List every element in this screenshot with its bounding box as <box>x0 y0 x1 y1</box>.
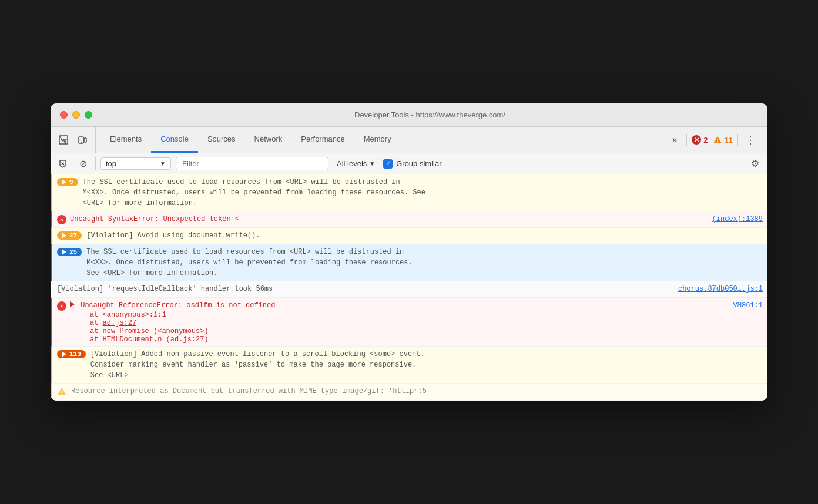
filter-input[interactable] <box>176 157 328 170</box>
error-icon: ✕ <box>692 135 701 145</box>
context-selector[interactable]: top ▼ <box>100 157 171 170</box>
row-2-error-icon: ✕ <box>57 215 66 224</box>
stack-link-adjs2[interactable]: ad.js:27 <box>170 335 204 344</box>
tabs: Elements Console Sources Network Perform… <box>100 127 662 153</box>
divider <box>686 134 687 146</box>
stack-link-adjs[interactable]: ad.js:27 <box>103 319 137 327</box>
tab-bar: Elements Console Sources Network Perform… <box>51 127 767 153</box>
tab-extras: » ✕ 2 ! 11 ⋮ <box>662 127 763 153</box>
toolbar-icons <box>55 127 96 153</box>
stack-line-3: at new Promise (<anonymous>) <box>81 327 209 335</box>
row-6-expand[interactable] <box>70 301 75 307</box>
row-8-message: Resource interpreted as Document but tra… <box>71 386 763 397</box>
devtools-window: Developer Tools - https://www.theverge.c… <box>51 103 767 401</box>
group-similar-label: Group similar <box>396 159 441 168</box>
error-badge: ✕ 2 <box>692 135 708 145</box>
console-row-7: 113 [Violation] Added non-passive event … <box>51 347 767 384</box>
no-entry-button[interactable]: ⊘ <box>75 156 90 172</box>
row-8-icon: ! <box>57 387 66 398</box>
stack-line-1: at <anonymous>:1:1 <box>81 311 209 319</box>
device-toolbar-button[interactable] <box>74 132 90 148</box>
console-row-1: 9 The SSL certificate used to load resou… <box>51 174 767 211</box>
row-2-message: Uncaught SyntaxError: Unexpected token < <box>70 214 703 224</box>
warning-count: 11 <box>725 136 733 145</box>
stack-line-2: at ad.js:27 <box>81 319 209 327</box>
close-button[interactable] <box>60 111 68 119</box>
row-4-badge: 25 <box>57 248 82 257</box>
row-5-source[interactable]: chorus.87db050….js:1 <box>678 285 763 293</box>
traffic-lights <box>60 111 92 119</box>
settings-gear-button[interactable]: ⚙ <box>747 156 763 172</box>
divider-2 <box>737 134 738 146</box>
tab-network[interactable]: Network <box>245 127 292 153</box>
console-row-8: ! Resource interpreted as Document but t… <box>51 384 767 401</box>
stack-line-4: at HTMLDocument.n (ad.js:27) <box>81 335 209 344</box>
console-content: 9 The SSL certificate used to load resou… <box>51 174 767 401</box>
console-row-5: [Violation] 'requestIdleCallback' handle… <box>51 281 767 298</box>
row-6-source[interactable]: VM861:1 <box>733 301 763 310</box>
console-row-2: ✕ Uncaught SyntaxError: Unexpected token… <box>51 211 767 228</box>
title-bar: Developer Tools - https://www.theverge.c… <box>51 103 767 127</box>
clear-console-button[interactable] <box>55 156 71 172</box>
settings-kebab-button[interactable]: ⋮ <box>743 132 758 147</box>
warning-triangle-icon: ! <box>713 136 722 144</box>
tab-memory[interactable]: Memory <box>354 127 401 153</box>
row-2-source[interactable]: (index):1389 <box>712 215 763 223</box>
svg-text:!: ! <box>716 138 718 144</box>
row-1-message: The SSL certificate used to load resourc… <box>83 177 763 209</box>
row-4-message: The SSL certificate used to load resourc… <box>86 247 763 278</box>
tab-elements[interactable]: Elements <box>100 127 151 153</box>
row-3-message: [Violation] Avoid using document.write()… <box>86 230 763 241</box>
row-3-badge: 27 <box>57 231 82 241</box>
group-similar-checkbox[interactable]: ✓ <box>383 159 393 169</box>
inspect-element-button[interactable] <box>55 132 72 148</box>
svg-text:!: ! <box>60 390 63 395</box>
console-row-3: 27 [Violation] Avoid using document.writ… <box>51 228 767 244</box>
context-value: top <box>106 159 116 168</box>
maximize-button[interactable] <box>85 111 92 119</box>
window-title: Developer Tools - https://www.theverge.c… <box>102 110 758 119</box>
levels-label: All levels <box>337 159 367 168</box>
row-6-stack: at <anonymous>:1:1 at ad.js:27 at new Pr… <box>57 311 209 344</box>
levels-selector[interactable]: All levels ▼ <box>333 158 378 169</box>
console-row-4: 25 The SSL certificate used to load reso… <box>51 244 767 281</box>
toolbar-divider <box>95 157 96 170</box>
console-row-6: ✕ Uncaught ReferenceError: osdlfm is not… <box>51 298 767 347</box>
levels-chevron: ▼ <box>369 160 375 167</box>
tab-performance[interactable]: Performance <box>291 127 354 153</box>
context-chevron: ▼ <box>160 160 166 167</box>
group-similar-container: ✓ Group similar <box>383 159 441 169</box>
error-count: 2 <box>703 136 708 145</box>
row-8-warning-icon: ! <box>57 387 66 395</box>
more-tabs-button[interactable]: » <box>667 132 682 147</box>
row-7-message: [Violation] Added non-passive event list… <box>90 349 763 381</box>
warning-badge: ! 11 <box>713 136 733 145</box>
row-5-message: [Violation] 'requestIdleCallback' handle… <box>57 284 669 294</box>
tab-console[interactable]: Console <box>151 127 198 153</box>
row-6-message: Uncaught ReferenceError: osdlfm is not d… <box>70 300 724 311</box>
row-6-error-icon: ✕ <box>57 301 66 311</box>
svg-rect-2 <box>84 138 86 142</box>
row-7-badge: 113 <box>57 350 86 359</box>
console-toolbar: ⊘ top ▼ All levels ▼ ✓ Group similar ⚙ <box>51 153 767 174</box>
row-1-badge: 9 <box>57 178 78 187</box>
tab-sources[interactable]: Sources <box>198 127 245 153</box>
minimize-button[interactable] <box>72 111 80 119</box>
